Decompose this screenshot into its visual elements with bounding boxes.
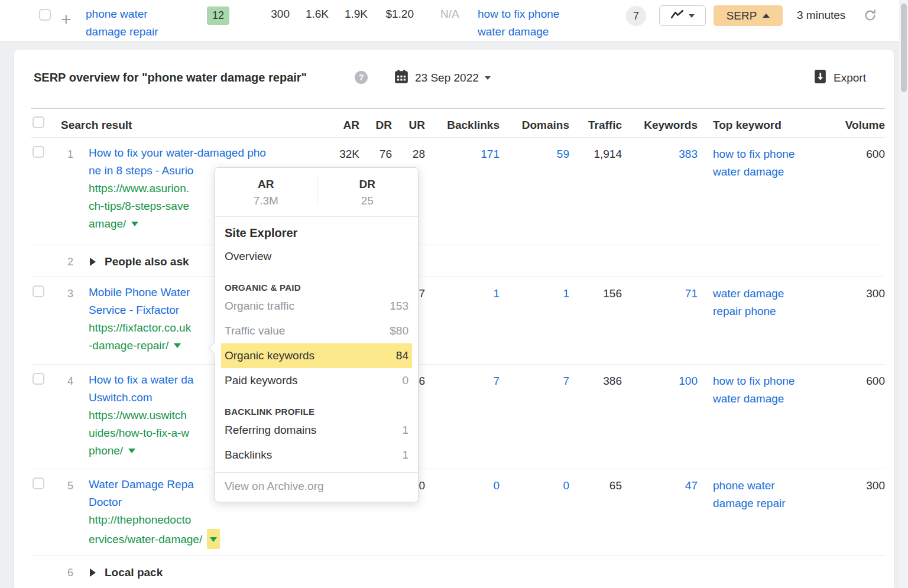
keyword-link[interactable]: phone water damage repair	[86, 5, 158, 41]
date-selector[interactable]: 23 Sep 2022	[394, 69, 491, 87]
serp-overview-panel: SERP overview for "phone water damage re…	[14, 50, 894, 588]
kw-metric-2: 1.6K	[306, 5, 329, 23]
url-caret-icon[interactable]	[131, 222, 138, 226]
result-position: 6	[48, 555, 73, 581]
cell-backlinks[interactable]: 7	[493, 364, 500, 390]
menu-item-organic-traffic[interactable]: Organic traffic 153	[225, 294, 408, 319]
feature-label[interactable]: People also ask	[105, 245, 189, 271]
cell-backlinks[interactable]: 0	[493, 469, 500, 495]
cell-keywords[interactable]: 100	[679, 364, 698, 390]
result-title-link[interactable]: How to fix a water da Uswitch.com	[89, 371, 193, 407]
cell-ar: 32K	[339, 137, 359, 163]
column-header-traffic[interactable]: Traffic	[588, 108, 622, 134]
column-header-dr[interactable]: DR	[376, 108, 392, 134]
chevron-down-icon	[689, 14, 695, 18]
table-header-row: Search result AR DR UR Backlinks Domains…	[14, 108, 894, 137]
cell-ur: 28	[413, 137, 425, 163]
row-checkbox[interactable]	[33, 477, 44, 489]
cell-keywords[interactable]: 47	[685, 469, 698, 495]
date-value: 23 Sep 2022	[415, 72, 479, 85]
row-checkbox[interactable]	[39, 9, 51, 21]
result-row-3: 3 Mobile Phone Water Service - Fixfactor…	[14, 277, 894, 364]
menu-item-overview[interactable]: Overview	[225, 244, 408, 269]
menu-item-backlinks[interactable]: Backlinks 1	[225, 443, 408, 467]
feature-row-local-pack[interactable]: 6 Local pack	[14, 555, 894, 588]
result-position: 5	[48, 469, 73, 495]
menu-item-traffic-value[interactable]: Traffic value $80	[225, 319, 408, 343]
cell-domains[interactable]: 1	[563, 277, 569, 303]
header-checkbox[interactable]	[33, 116, 44, 128]
feature-row-people-also-ask[interactable]: 2 People also ask	[14, 245, 894, 277]
cell-dr: 76	[380, 137, 392, 163]
cell-backlinks[interactable]: 171	[481, 137, 500, 163]
url-caret-icon[interactable]	[210, 537, 217, 542]
column-header-volume[interactable]: Volume	[845, 108, 885, 134]
row-checkbox[interactable]	[33, 285, 44, 297]
position-history-button[interactable]	[659, 5, 706, 26]
feature-label[interactable]: Local pack	[105, 555, 163, 581]
cell-domains[interactable]: 59	[557, 137, 569, 163]
top-keyword-link[interactable]: how to fix phone water damage	[713, 137, 794, 181]
column-header-search-result[interactable]: Search result	[61, 108, 132, 134]
menu-item-paid-keywords[interactable]: Paid keywords 0	[225, 368, 408, 393]
add-icon[interactable]: +	[61, 11, 72, 28]
url-caret-icon[interactable]	[174, 343, 181, 348]
result-url: https://www.uswitch uides/how-to-fix-a-w…	[89, 407, 193, 460]
result-position: 1	[48, 137, 73, 163]
column-header-backlinks[interactable]: Backlinks	[447, 108, 500, 134]
result-url: https://fixfactor.co.uk -damage-repair/	[89, 319, 191, 355]
calendar-icon	[394, 69, 409, 87]
row-checkbox[interactable]	[33, 373, 44, 385]
keyword-row: + phone water damage repair 12 300 1.6K …	[0, 0, 908, 42]
column-header-ar[interactable]: AR	[343, 108, 359, 134]
column-header-top-keyword[interactable]: Top keyword	[713, 108, 781, 134]
export-label: Export	[834, 72, 866, 85]
scrollbar-thumb[interactable]	[901, 4, 907, 92]
expander-icon[interactable]	[90, 568, 96, 577]
top-keyword-link[interactable]: how to fix phone water damage	[713, 364, 794, 408]
popup-dr-stat: DR 25	[317, 176, 419, 209]
help-icon[interactable]: ?	[355, 71, 368, 84]
date-caret-icon	[485, 76, 491, 80]
parent-keyword-link[interactable]: how to fix phone water damage	[478, 5, 559, 41]
column-header-keywords[interactable]: Keywords	[644, 108, 698, 134]
page: + phone water damage repair 12 300 1.6K …	[0, 0, 908, 588]
expander-icon[interactable]	[90, 258, 96, 266]
serp-button[interactable]: SERP	[714, 5, 783, 26]
kd-badge: 12	[207, 7, 229, 25]
result-title-link[interactable]: Mobile Phone Water Service - Fixfactor	[89, 284, 191, 319]
cell-backlinks[interactable]: 1	[493, 277, 500, 303]
cell-traffic: 65	[609, 469, 622, 495]
result-block: Mobile Phone Water Service - Fixfactor h…	[89, 277, 191, 355]
divider	[317, 176, 317, 204]
result-position: 4	[48, 364, 73, 390]
kw-metric-3: 1.9K	[345, 5, 368, 23]
url-caret-icon[interactable]	[128, 449, 135, 453]
cell-ur: 7	[419, 277, 425, 303]
section-backlink-profile: BACKLINK PROFILE	[225, 406, 408, 418]
cell-traffic: 386	[603, 364, 622, 390]
row-checkbox[interactable]	[33, 146, 44, 158]
cell-domains[interactable]: 0	[563, 469, 569, 495]
top-keyword-link[interactable]: water damage repair phone	[713, 277, 784, 320]
result-position: 3	[48, 277, 73, 303]
refresh-icon[interactable]	[864, 9, 877, 24]
menu-item-referring-domains[interactable]: Referring domains 1	[225, 418, 408, 443]
column-header-ur[interactable]: UR	[409, 108, 425, 134]
menu-item-view-archive[interactable]: View on Archive.org	[215, 472, 418, 502]
result-row-1: 1 How to fix your water-damaged pho ne i…	[14, 137, 894, 245]
cell-domains[interactable]: 7	[563, 364, 569, 390]
result-block: How to fix a water da Uswitch.com https:…	[89, 364, 193, 460]
result-title-link[interactable]: Water Damage Repa Doctor	[89, 476, 220, 511]
cell-keywords[interactable]: 71	[685, 277, 698, 303]
menu-item-organic-keywords[interactable]: Organic keywords 84	[221, 343, 412, 368]
export-button[interactable]: Export	[814, 69, 866, 86]
cell-traffic: 156	[603, 277, 622, 303]
column-header-domains[interactable]: Domains	[522, 108, 569, 134]
panel-title: SERP overview for "phone water damage re…	[34, 69, 307, 86]
top-keyword-link[interactable]: phone water damage repair	[713, 469, 786, 512]
popup-stats: AR 7.3M DR 25	[215, 168, 418, 217]
cell-volume: 600	[866, 137, 885, 163]
chart-line-icon	[671, 10, 683, 21]
cell-keywords[interactable]: 383	[679, 137, 698, 163]
